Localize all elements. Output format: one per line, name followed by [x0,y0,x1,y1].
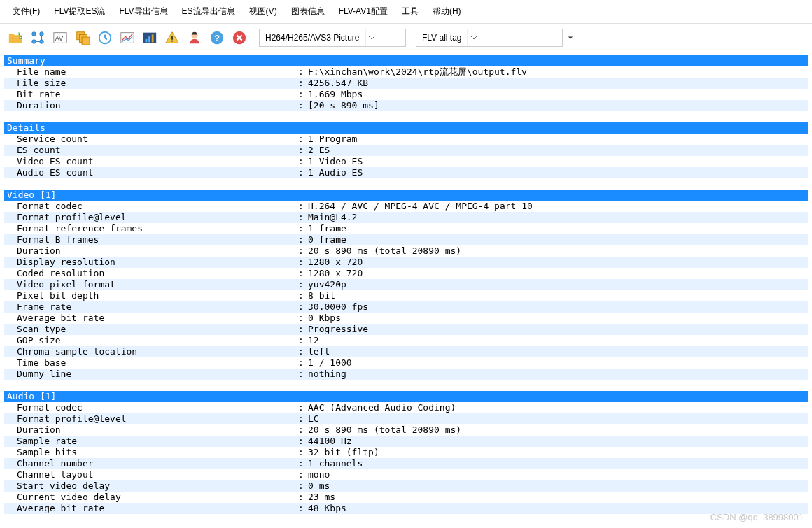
toolbar: AV ? H264/H265/AVS3 Picture FLV all tag [0,24,812,52]
info-row: File size: 4256.547 KB [4,78,808,89]
info-row: Service count: 1 Program [4,134,808,145]
info-row: Chroma sample location: left [4,346,808,357]
info-row: Dummy line: nothing [4,369,808,380]
blank-row [4,380,808,391]
row-separator: : [298,447,308,458]
row-separator: : [298,290,308,301]
info-panel: SummaryFile name: F:\xinchan\work\2024\r… [0,52,812,517]
row-value: 4256.547 KB [308,78,808,89]
row-value: 1 frame [308,223,808,234]
menu-item[interactable]: 帮助(H) [426,3,468,20]
row-label: Video pixel format [4,279,298,290]
info-row: Format profile@level: LC [4,413,808,424]
info-row: Scan type: Progressive [4,324,808,335]
warning-icon[interactable] [162,28,182,48]
row-separator: : [298,212,308,223]
row-label: Service count [4,134,298,145]
user-icon[interactable] [185,28,204,48]
info-row: Current video delay: 23 ms [4,492,808,503]
tag-combo[interactable]: FLV all tag [416,29,563,47]
svg-point-2 [32,40,36,44]
section-header: Summary [4,55,808,66]
row-label: Format codec [4,201,298,212]
row-label: Sample bits [4,447,298,458]
row-separator: : [298,335,308,346]
row-label: Chroma sample location [4,346,298,357]
help-icon[interactable]: ? [207,28,227,48]
picture-type-combo[interactable]: H264/H265/AVS3 Picture [259,29,406,47]
toolbar-overflow-icon[interactable] [566,29,575,47]
row-value: left [308,346,808,357]
svg-point-0 [32,32,36,36]
row-value: Progressive [308,324,808,335]
network-icon[interactable] [28,28,48,48]
chart-line-icon[interactable] [118,28,137,48]
row-separator: : [298,268,308,279]
info-row: Average bit rate: 0 Kbps [4,313,808,324]
section-header: Audio [1] [4,391,808,402]
menu-item[interactable]: ES流导出信息 [175,3,242,20]
info-row: Pixel bit depth: 8 bit [4,290,808,301]
row-separator: : [298,201,308,212]
info-row: Display resolution: 1280 x 720 [4,257,808,268]
chevron-down-icon[interactable] [365,29,378,46]
cancel-icon[interactable] [230,28,249,48]
row-label: File name [4,66,298,78]
row-separator: : [298,402,308,413]
blank-row [4,111,808,122]
svg-rect-8 [82,37,90,45]
row-separator: : [298,257,308,268]
row-value: H.264 / AVC / MPEG-4 AVC / MPEG-4 part 1… [308,201,808,212]
menu-item[interactable]: FLV-AV1配置 [332,3,395,20]
info-row: Sample bits: 32 bit (fltp) [4,447,808,458]
info-row: Format B frames: 0 frame [4,234,808,245]
row-label: Start video delay [4,480,298,492]
open-folder-icon[interactable] [6,28,25,48]
svg-rect-14 [152,34,154,42]
cascade-windows-icon[interactable] [73,28,92,48]
row-label: Time base [4,357,298,369]
row-label: Format profile@level [4,413,298,424]
svg-point-3 [40,40,44,44]
info-row: Format profile@level: Main@L4.2 [4,212,808,223]
row-value: 32 bit (fltp) [308,447,808,458]
menu-item[interactable]: FLV提取ES流 [47,3,112,20]
combo-text: H264/H265/AVS3 Picture [260,33,365,43]
row-value: 1 / 1000 [308,357,808,369]
row-separator: : [298,167,308,178]
row-value: 20 s 890 ms (total 20890 ms) [308,245,808,257]
chevron-down-icon[interactable] [467,29,479,46]
menu-item[interactable]: 视图(V) [242,3,284,20]
row-separator: : [298,357,308,369]
svg-rect-12 [146,39,148,43]
row-separator: : [298,469,308,480]
clock-icon[interactable] [95,28,115,48]
row-separator: : [298,66,308,78]
row-value: Main@L4.2 [308,212,808,223]
row-value: 0 ms [308,480,808,492]
row-value: 12 [308,335,808,346]
info-row: Average bit rate: 48 Kbps [4,503,808,514]
row-separator: : [298,346,308,357]
row-separator: : [298,89,308,100]
svg-point-1 [40,32,44,36]
row-label: Duration [4,100,298,111]
menu-item[interactable]: 文件(F) [6,3,47,20]
row-label: Channel layout [4,469,298,480]
menu-item[interactable]: FLV导出信息 [112,3,174,20]
row-label: Format B frames [4,234,298,245]
info-row: Audio ES count: 1 Audio ES [4,167,808,178]
info-row: Frame rate: 30.0000 fps [4,301,808,313]
row-separator: : [298,134,308,145]
svg-rect-13 [148,36,150,42]
info-row: Duration: 20 s 890 ms (total 20890 ms) [4,245,808,257]
row-label: Duration [4,245,298,257]
info-row: Format codec: AAC (Advanced Audio Coding… [4,402,808,413]
chart-bars-icon[interactable] [140,28,160,48]
menu-item[interactable]: 图表信息 [284,3,332,20]
row-value: 44100 Hz [308,436,808,447]
menu-item[interactable]: 工具 [395,3,426,20]
av-icon[interactable]: AV [50,28,70,48]
row-label: GOP size [4,335,298,346]
row-label: Bit rate [4,89,298,100]
